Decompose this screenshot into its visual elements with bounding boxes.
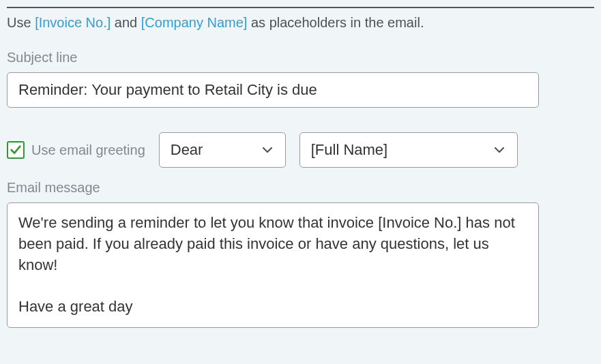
subject-input[interactable]: [7, 72, 539, 108]
hint-suffix: as placeholders in the email.: [247, 15, 424, 30]
salutation-select[interactable]: Dear: [159, 132, 286, 168]
message-label: Email message: [7, 180, 594, 196]
greeting-checkbox-label: Use email greeting: [31, 142, 145, 158]
name-token-select[interactable]: [Full Name]: [299, 132, 518, 168]
email-message-textarea[interactable]: We're sending a reminder to let you know…: [7, 202, 539, 328]
chevron-down-icon: [261, 143, 274, 157]
subject-label: Subject line: [7, 50, 594, 65]
hint-mid: and: [111, 15, 141, 30]
chevron-down-icon: [493, 143, 506, 157]
salutation-value: Dear: [171, 141, 203, 159]
email-reminder-form: Use [Invoice No.] and [Company Name] as …: [7, 7, 594, 328]
use-greeting-checkbox[interactable]: [7, 141, 25, 159]
invoice-no-placeholder[interactable]: [Invoice No.]: [35, 15, 111, 30]
name-token-value: [Full Name]: [311, 141, 387, 159]
placeholder-hint: Use [Invoice No.] and [Company Name] as …: [7, 8, 594, 37]
company-name-placeholder[interactable]: [Company Name]: [141, 15, 248, 30]
checkmark-icon: [10, 144, 22, 156]
hint-prefix: Use: [7, 15, 35, 30]
greeting-row: Use email greeting Dear [Full Name]: [7, 132, 594, 168]
greeting-checkbox-wrap: Use email greeting: [7, 141, 145, 159]
